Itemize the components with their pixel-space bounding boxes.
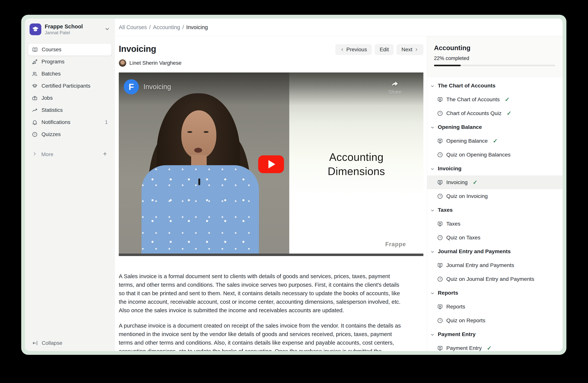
svg-text:?: ? bbox=[439, 153, 441, 156]
outline-section[interactable]: Opening Balance bbox=[427, 120, 563, 134]
lesson-video-icon bbox=[437, 138, 443, 144]
outline-section[interactable]: Reports bbox=[427, 286, 563, 300]
users-icon bbox=[32, 71, 38, 77]
outline-section[interactable]: The Chart of Accounts bbox=[427, 79, 563, 93]
trending-up-icon bbox=[32, 107, 38, 113]
chevron-down-icon bbox=[430, 125, 435, 129]
quiz-question-icon: ? bbox=[437, 193, 443, 199]
outline-lesson[interactable]: Opening Balance ✓ bbox=[427, 134, 563, 148]
sidebar-nav: Courses Programs Batches bbox=[28, 43, 112, 140]
outline-section[interactable]: Taxes bbox=[427, 203, 563, 217]
chevron-down-icon bbox=[430, 208, 435, 212]
course-title: Accounting bbox=[434, 44, 555, 52]
more-label: More bbox=[41, 151, 53, 157]
content-area: All Courses / Accounting / Invoicing Inv… bbox=[115, 19, 563, 351]
play-button[interactable] bbox=[258, 155, 284, 173]
lapel-mic bbox=[198, 178, 200, 185]
quiz-question-icon: ? bbox=[437, 110, 443, 116]
sidebar-item-statistics[interactable]: Statistics bbox=[28, 104, 112, 116]
chevron-down-icon bbox=[430, 332, 435, 337]
progress-label: 22% completed bbox=[434, 56, 555, 61]
author-row: Linet Sherin Varghese bbox=[119, 59, 423, 67]
sidebar-item-quizzes[interactable]: ? Quizzes bbox=[28, 128, 112, 140]
quiz-question-icon: ? bbox=[437, 318, 443, 324]
outline-lesson-active[interactable]: Invoicing ✓ bbox=[427, 175, 563, 189]
video-title[interactable]: Invoicing bbox=[143, 83, 171, 91]
left-sidebar: Frappe School Jannat Patel Courses bbox=[25, 19, 115, 351]
collapse-icon bbox=[32, 340, 38, 346]
lesson-paragraph: A Sales invoice is a formal document sen… bbox=[119, 272, 402, 314]
sidebar-item-label: Certified Participants bbox=[42, 83, 90, 89]
chevron-down-icon[interactable] bbox=[104, 26, 110, 33]
lesson-video-icon bbox=[437, 262, 443, 268]
sidebar-item-batches[interactable]: Batches bbox=[28, 68, 112, 80]
edit-button[interactable]: Edit bbox=[375, 44, 394, 55]
author-name: Linet Sherin Varghese bbox=[129, 60, 182, 66]
app-window: Frappe School Jannat Patel Courses bbox=[21, 15, 567, 355]
briefcase-icon bbox=[32, 95, 38, 101]
sidebar-item-courses[interactable]: Courses bbox=[28, 43, 112, 56]
outline-items: The Chart of Accounts The Chart of Accou… bbox=[427, 77, 563, 351]
outline-quiz[interactable]: ? Quiz on Journal Entry and Payments bbox=[427, 272, 563, 286]
outline-lesson[interactable]: Payment Entry ✓ bbox=[427, 341, 563, 351]
workspace-switcher[interactable]: Frappe School Jannat Patel bbox=[28, 23, 112, 36]
svg-text:?: ? bbox=[439, 278, 441, 281]
outline-lesson[interactable]: Reports bbox=[427, 300, 563, 314]
svg-text:?: ? bbox=[439, 195, 441, 198]
sidebar-item-notifications[interactable]: Notifications 1 bbox=[28, 116, 112, 128]
sidebar-more[interactable]: More bbox=[28, 149, 112, 160]
notification-count-badge: 1 bbox=[105, 119, 108, 125]
outline-header: Accounting 22% completed bbox=[427, 36, 563, 77]
outline-lesson[interactable]: Taxes bbox=[427, 217, 563, 231]
video-progress-bar[interactable] bbox=[119, 254, 423, 256]
outline-section[interactable]: Payment Entry bbox=[427, 327, 563, 341]
frappe-channel-icon[interactable]: F bbox=[124, 79, 139, 95]
outline-section[interactable]: Journal Entry and Payments bbox=[427, 245, 563, 258]
check-icon: ✓ bbox=[473, 179, 477, 186]
breadcrumb-course[interactable]: Accounting bbox=[153, 24, 180, 30]
plus-icon[interactable] bbox=[103, 151, 107, 158]
share-button[interactable]: Share bbox=[388, 80, 401, 95]
next-button[interactable]: Next bbox=[397, 44, 423, 55]
share-icon bbox=[390, 80, 399, 88]
bell-icon bbox=[32, 119, 38, 125]
svg-text:?: ? bbox=[439, 319, 441, 322]
lesson-video-icon bbox=[437, 179, 443, 185]
frappe-watermark: Frappe bbox=[385, 241, 406, 248]
outline-section[interactable]: Invoicing bbox=[427, 162, 563, 175]
collapse-label: Collapse bbox=[42, 340, 62, 346]
lesson-nav-buttons: Previous Edit Next bbox=[335, 44, 423, 55]
video-player[interactable]: Accounting Dimensions F Invoicing Share bbox=[119, 73, 423, 256]
workspace-title: Frappe School bbox=[45, 23, 83, 30]
outline-quiz[interactable]: ? Quiz on Taxes bbox=[427, 231, 563, 245]
breadcrumb-current: Invoicing bbox=[186, 24, 208, 30]
sidebar-item-programs[interactable]: Programs bbox=[28, 56, 112, 68]
page-title: Invoicing bbox=[119, 44, 156, 54]
graduation-cap-icon bbox=[32, 83, 38, 89]
progress-bar bbox=[434, 65, 555, 66]
sidebar-item-label: Jobs bbox=[42, 95, 53, 101]
progress-fill bbox=[434, 65, 461, 66]
outline-lesson[interactable]: The Chart of Accounts ✓ bbox=[427, 93, 563, 106]
outline-lesson[interactable]: Journal Entry and Payments bbox=[427, 258, 563, 272]
collapse-sidebar-button[interactable]: Collapse bbox=[28, 340, 112, 346]
sidebar-item-label: Statistics bbox=[42, 107, 63, 113]
chevron-down-icon bbox=[430, 249, 435, 254]
breadcrumb-all-courses[interactable]: All Courses bbox=[119, 24, 147, 30]
outline-quiz[interactable]: ? Quiz on Opening Balances bbox=[427, 148, 563, 162]
outline-quiz[interactable]: ? Chart of Accounts Quiz ✓ bbox=[427, 106, 563, 120]
outline-quiz[interactable]: ? Quiz on Reports bbox=[427, 314, 563, 327]
chevron-right-icon bbox=[414, 47, 419, 52]
breadcrumb-separator: / bbox=[149, 24, 151, 30]
svg-text:?: ? bbox=[439, 236, 441, 239]
chevron-down-icon bbox=[430, 166, 435, 171]
lesson-video-icon bbox=[437, 345, 443, 351]
sidebar-item-certified-participants[interactable]: Certified Participants bbox=[28, 80, 112, 92]
outline-quiz[interactable]: ? Quiz on Invoicing bbox=[427, 189, 563, 203]
video-header: F Invoicing bbox=[124, 79, 171, 95]
check-icon: ✓ bbox=[506, 110, 511, 116]
sidebar-item-jobs[interactable]: Jobs bbox=[28, 92, 112, 104]
previous-button[interactable]: Previous bbox=[335, 44, 372, 55]
breadcrumb-separator: / bbox=[182, 24, 184, 30]
book-icon bbox=[32, 47, 38, 53]
